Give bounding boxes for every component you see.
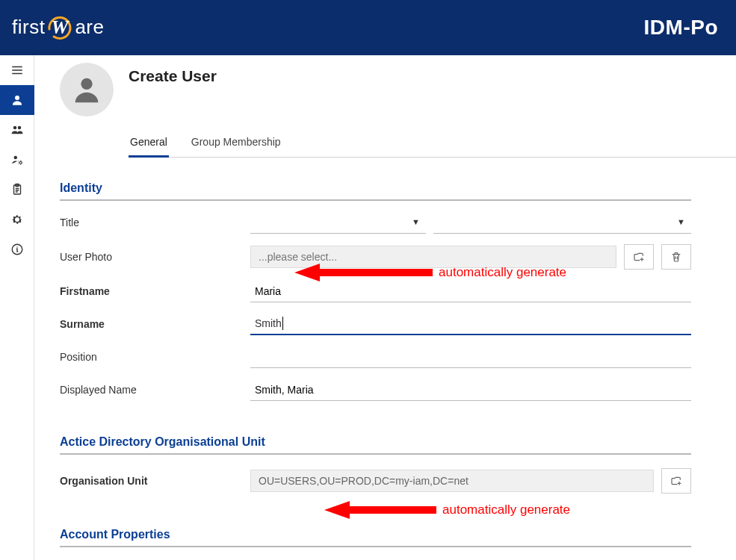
sidebar: [0, 55, 34, 560]
sidebar-item-settings-user[interactable]: [0, 145, 34, 175]
sidebar-item-gear[interactable]: [0, 205, 34, 234]
surname-input[interactable]: Smith: [250, 313, 691, 335]
tabs: General Group Membership: [129, 131, 736, 158]
label-surname: Surname: [60, 318, 250, 330]
product-name: IDM-Po: [644, 16, 718, 40]
userphoto-browse-button[interactable]: [624, 244, 654, 270]
logo-letter: W: [52, 16, 69, 39]
userphoto-delete-button[interactable]: [661, 244, 691, 270]
logo-text-first: first: [12, 16, 45, 39]
ou-browse-button[interactable]: [661, 468, 691, 494]
section-title-ou: Actice Directory Organisational Unit: [60, 435, 691, 455]
caret-down-icon: ▼: [677, 217, 685, 226]
tab-group-membership[interactable]: Group Membership: [190, 131, 282, 157]
svg-point-4: [19, 161, 22, 164]
svg-point-1: [13, 126, 17, 130]
section-title-account: Account Properties: [60, 528, 691, 547]
displayed-name-input[interactable]: [250, 379, 691, 401]
ou-input[interactable]: [250, 470, 654, 492]
sidebar-item-groups[interactable]: [0, 115, 34, 145]
svg-point-0: [15, 96, 19, 100]
label-ou: Organisation Unit: [60, 475, 250, 487]
section-title-identity: Identity: [60, 181, 691, 201]
logo: first W are: [12, 14, 104, 41]
text-caret: [282, 317, 283, 330]
page-title: Create User: [129, 67, 217, 85]
label-firstname: Firstname: [60, 285, 250, 297]
sidebar-item-user[interactable]: [0, 85, 34, 115]
title-select-prefix[interactable]: ▼: [250, 211, 426, 234]
label-userphoto: User Photo: [60, 251, 250, 263]
sidebar-toggle[interactable]: [0, 55, 34, 85]
sidebar-item-clipboard[interactable]: [0, 175, 34, 205]
svg-marker-11: [324, 501, 436, 519]
label-position: Position: [60, 351, 250, 363]
annotation-label-2: automatically generate: [442, 503, 570, 517]
svg-point-2: [18, 126, 22, 130]
app-header: first W are IDM-Po: [0, 0, 736, 55]
label-title: Title: [60, 217, 250, 228]
annotation-arrow-2: automatically generate: [324, 500, 570, 520]
logo-text-are: are: [75, 16, 104, 39]
position-input[interactable]: [250, 346, 691, 368]
label-displayed: Displayed Name: [60, 384, 250, 396]
main-content: Create User General Group Membership Ide…: [34, 55, 736, 560]
title-select[interactable]: ▼: [433, 211, 691, 234]
avatar-placeholder: [60, 63, 114, 116]
surname-value: Smith: [255, 317, 282, 329]
logo-badge: W: [46, 14, 73, 41]
firstname-input[interactable]: [250, 280, 691, 302]
sidebar-item-info[interactable]: [0, 234, 34, 264]
section-identity: Identity Title ▼ ▼ User Photo: [60, 181, 736, 401]
section-account: Account Properties Logon Name Password U…: [60, 528, 736, 560]
svg-point-8: [81, 78, 92, 90]
svg-point-3: [14, 156, 18, 160]
userphoto-input[interactable]: [250, 246, 616, 268]
tab-general[interactable]: General: [129, 131, 169, 158]
caret-down-icon: ▼: [412, 217, 420, 226]
section-ou: Actice Directory Organisational Unit Org…: [60, 435, 736, 494]
